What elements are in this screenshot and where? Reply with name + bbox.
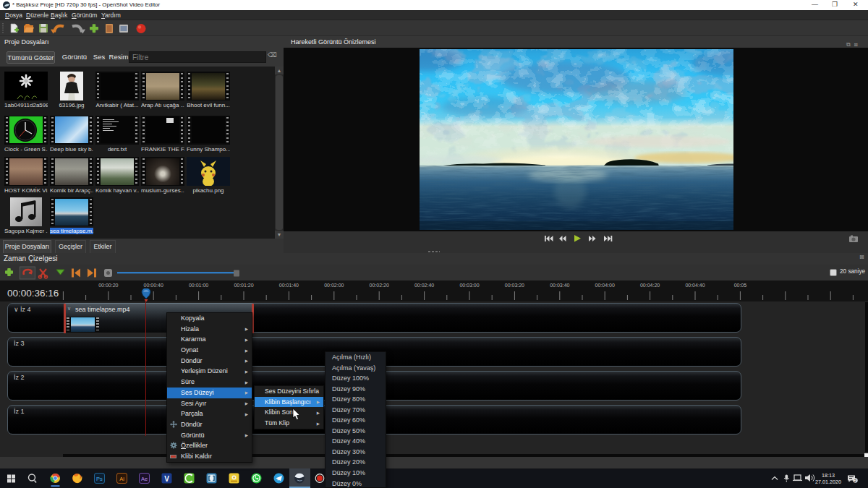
- svg-text:27.01.2020: 27.01.2020: [815, 479, 841, 485]
- svg-text:V: V: [164, 475, 169, 483]
- svg-text:Ae: Ae: [141, 476, 148, 482]
- svg-text:Ps: Ps: [96, 476, 103, 482]
- svg-text:Ai: Ai: [119, 476, 124, 482]
- svg-text:18:13: 18:13: [822, 472, 835, 479]
